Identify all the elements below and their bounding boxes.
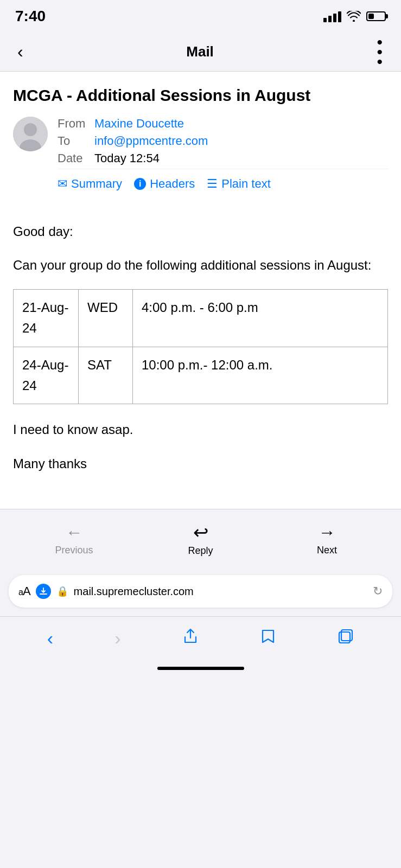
download-button[interactable]	[36, 584, 51, 599]
back-button[interactable]: ‹	[13, 37, 28, 66]
browser-bar: aA 🔒 mail.supremecluster.com ↻	[0, 569, 401, 616]
session-date: 24-Aug-24	[14, 347, 79, 404]
bookmarks-button[interactable]	[249, 623, 287, 653]
summary-label: Summary	[71, 177, 122, 191]
status-bar: 7:40	[0, 0, 401, 33]
browser-back-button[interactable]: ‹	[36, 623, 64, 653]
sessions-table: 21-Aug-24 WED 4:00 p.m. - 6:00 p.m 24-Au…	[13, 289, 388, 405]
session-day: SAT	[79, 347, 133, 404]
body-request: Can your group do the following addition…	[13, 255, 388, 276]
home-indicator	[0, 660, 401, 681]
reply-button[interactable]: ↩ Reply	[174, 521, 228, 557]
envelope-icon: ✉	[58, 177, 67, 191]
url-bar[interactable]: aA 🔒 mail.supremecluster.com ↻	[9, 575, 392, 608]
lock-icon: 🔒	[56, 585, 68, 597]
date-row: Date Today 12:54	[58, 151, 388, 165]
from-label: From	[58, 117, 94, 131]
summary-button[interactable]: ✉ Summary	[58, 177, 122, 191]
next-icon: →	[319, 522, 336, 542]
avatar	[13, 117, 48, 151]
next-label: Next	[317, 545, 337, 556]
body-greeting: Good day:	[13, 221, 388, 242]
info-icon: i	[134, 178, 146, 190]
to-label: To	[58, 134, 94, 148]
date-value: Today 12:54	[94, 151, 160, 165]
svg-point-1	[24, 123, 37, 136]
home-bar	[157, 667, 244, 670]
body-urgency: I need to know asap.	[13, 419, 388, 440]
bottom-nav: ‹ ›	[0, 616, 401, 660]
nav-bar: ‹ Mail •••	[0, 33, 401, 72]
headers-button[interactable]: i Headers	[134, 177, 195, 191]
email-subject: MCGA - Additional Sessions in August	[13, 85, 388, 106]
headers-label: Headers	[150, 177, 195, 191]
bottom-toolbar: ← Previous ↩ Reply → Next	[0, 509, 401, 569]
tabs-button[interactable]	[327, 623, 365, 653]
to-row: To info@ppmcentre.com	[58, 134, 388, 148]
reply-icon: ↩	[193, 521, 208, 543]
status-icons	[323, 10, 386, 22]
nav-title: Mail	[186, 43, 214, 60]
next-button[interactable]: → Next	[300, 522, 354, 556]
share-button[interactable]	[171, 623, 209, 653]
email-container: MCGA - Additional Sessions in August Fro…	[0, 72, 401, 509]
body-closing: Many thanks	[13, 454, 388, 474]
meta-fields: From Maxine Doucette To info@ppmcentre.c…	[58, 117, 388, 201]
previous-button[interactable]: ← Previous	[47, 522, 101, 556]
email-meta: From Maxine Doucette To info@ppmcentre.c…	[13, 117, 388, 201]
more-button[interactable]: •••	[372, 33, 388, 71]
view-options: ✉ Summary i Headers ☰ Plain text	[58, 169, 388, 201]
email-body: Good day: Can your group do the followin…	[13, 210, 388, 509]
reply-label: Reply	[188, 545, 213, 557]
to-value[interactable]: info@ppmcentre.com	[94, 134, 208, 148]
lines-icon: ☰	[207, 177, 218, 191]
date-label: Date	[58, 151, 94, 165]
wifi-icon	[347, 11, 361, 22]
previous-label: Previous	[55, 545, 93, 556]
previous-icon: ←	[66, 522, 83, 542]
plaintext-label: Plain text	[221, 177, 271, 191]
browser-forward-button[interactable]: ›	[104, 623, 131, 653]
status-time: 7:40	[15, 8, 46, 25]
session-day: WED	[79, 289, 133, 347]
table-row: 24-Aug-24 SAT 10:00 p.m.- 12:00 a.m.	[14, 347, 388, 404]
battery-icon	[366, 11, 386, 21]
table-row: 21-Aug-24 WED 4:00 p.m. - 6:00 p.m	[14, 289, 388, 347]
session-date: 21-Aug-24	[14, 289, 79, 347]
plaintext-button[interactable]: ☰ Plain text	[207, 177, 271, 191]
from-value[interactable]: Maxine Doucette	[94, 117, 184, 131]
session-time: 4:00 p.m. - 6:00 p.m	[133, 289, 388, 347]
reload-button[interactable]: ↻	[373, 584, 383, 598]
text-size-button[interactable]: aA	[18, 584, 30, 598]
session-time: 10:00 p.m.- 12:00 a.m.	[133, 347, 388, 404]
url-text[interactable]: mail.supremecluster.com	[74, 585, 367, 598]
from-row: From Maxine Doucette	[58, 117, 388, 131]
signal-icon	[323, 10, 341, 22]
